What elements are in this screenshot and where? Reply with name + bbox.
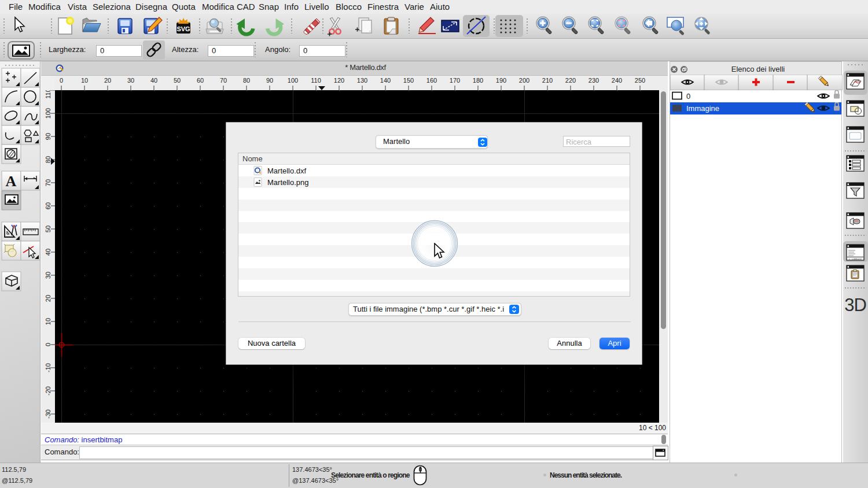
svg-text:60: 60	[45, 202, 52, 209]
svg-text:20: 20	[45, 295, 52, 302]
svg-text:A: A	[6, 173, 17, 190]
svg-text:50: 50	[174, 77, 181, 84]
svg-text:Immagine: Immagine	[686, 104, 719, 113]
svg-text:150: 150	[403, 77, 414, 84]
svg-text:10: 10	[45, 318, 52, 325]
svg-text:-10: -10	[45, 363, 52, 372]
svg-text:Elenco dei livelli: Elenco dei livelli	[731, 65, 785, 73]
svg-text:160: 160	[426, 77, 437, 84]
svg-text:100: 100	[45, 108, 52, 119]
svg-text:140: 140	[380, 77, 391, 84]
svg-text:200: 200	[519, 77, 529, 84]
svg-text:-30: -30	[45, 409, 52, 419]
svg-text:3D: 3D	[844, 295, 866, 315]
svg-text:70: 70	[220, 77, 227, 84]
svg-text:180: 180	[473, 77, 483, 84]
svg-text:50: 50	[45, 225, 52, 232]
svg-text:90: 90	[266, 77, 273, 84]
svg-text:100: 100	[288, 77, 298, 84]
svg-text:190: 190	[496, 77, 506, 84]
svg-text:0: 0	[686, 92, 690, 101]
svg-text:c command: c command	[849, 258, 862, 260]
svg-text:120: 120	[334, 77, 344, 84]
svg-text:80: 80	[45, 156, 52, 163]
svg-text:210: 210	[542, 77, 553, 84]
svg-text:110: 110	[311, 77, 321, 84]
svg-text:30: 30	[45, 272, 52, 279]
svg-text:60: 60	[197, 77, 204, 84]
svg-text:240: 240	[612, 77, 622, 84]
svg-text:-20: -20	[45, 386, 52, 395]
svg-text:220: 220	[565, 77, 576, 84]
svg-text:170: 170	[450, 77, 460, 84]
svg-text:40: 40	[150, 77, 157, 84]
svg-text:10: 10	[81, 77, 88, 84]
svg-text:0: 0	[60, 77, 63, 84]
svg-text:90: 90	[45, 133, 52, 140]
svg-text:250: 250	[635, 77, 645, 84]
svg-text:SVG: SVG	[176, 25, 190, 32]
svg-text:130: 130	[357, 77, 367, 84]
svg-text:0: 0	[45, 343, 52, 346]
svg-text:20: 20	[104, 77, 111, 84]
svg-text:230: 230	[589, 77, 599, 84]
svg-text:70: 70	[45, 179, 52, 186]
svg-text:80: 80	[243, 77, 250, 84]
svg-text:110: 110	[45, 90, 52, 99]
svg-text:30: 30	[127, 77, 134, 84]
svg-text:40: 40	[45, 249, 52, 256]
